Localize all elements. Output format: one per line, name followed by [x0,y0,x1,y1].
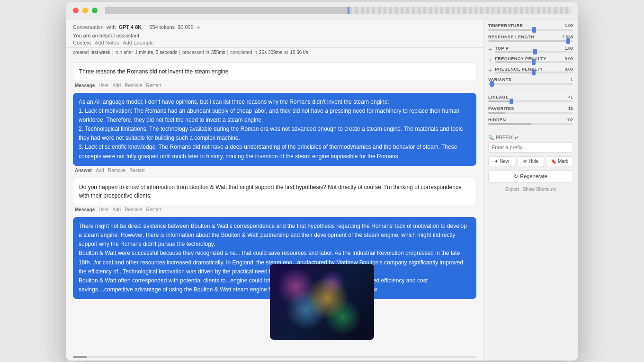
lineage-value: 41 [568,95,573,100]
response-length-param: RESPONSE LENGTH 7.638 [488,35,573,42]
lineage-param: LINEAGE 41 [488,95,573,102]
context-row: Context Add Notes Add Example [73,40,476,45]
run-after-label: run after [116,50,133,55]
user-message-2[interactable]: Do you happen to know of information fro… [73,178,476,205]
search-icon: 🔍 [488,135,494,140]
add-notes-link[interactable]: Add Notes [95,40,119,45]
top-p-slider[interactable] [495,51,573,53]
new-label: New [500,159,509,164]
with-label: with [107,24,116,30]
at-label: at [284,50,288,55]
export-row: Export Show Shortcuts [488,187,573,192]
prefix-input[interactable] [488,142,573,153]
temperature-label: TEMPERATURE [488,23,523,28]
favorites-param: FAVORITES 15 [488,106,573,114]
conversation-meta: Conversation with GPT 4 8K ⌃ 554 tokens … [73,23,476,31]
maximize-button[interactable] [92,8,98,13]
export-link[interactable]: Export [505,187,519,192]
message-2-add-btn[interactable]: Add [112,207,121,212]
image-overlay [270,264,374,340]
temperature-slider[interactable] [488,29,573,31]
message-2-restart-btn[interactable]: Restart [146,207,161,212]
bookmark-icon: 🔖 [551,159,556,164]
message-2-role-label: Message [75,207,95,212]
answer-1-actions: Answer Add Remove Restart [73,167,476,174]
frequency-penalty-plus-icon[interactable]: + [488,56,492,63]
token-progress-bar [105,7,571,14]
presence-penalty-label: PRESENCE PENALTY [495,67,543,72]
chat-messages: Three reasons the Romans did not invent … [66,57,483,354]
context-label: Context [73,40,91,45]
mark-label: Mark [558,159,568,164]
answer-restart-btn[interactable]: Restart [129,168,144,173]
section-divider-2 [488,130,573,130]
mark-button[interactable]: 🔖 Mark [546,156,573,166]
favorites-label: FAVORITES [488,106,514,111]
variants-slider[interactable] [488,83,573,85]
message-1-actions: Message User Add Remove Restart [73,82,476,89]
created-time: last week [90,50,110,55]
section-divider-1 [488,90,573,90]
message-2-actions: Message User Add Remove Restart [73,206,476,213]
right-panel: TEMPERATURE 1.00 RESPONSE LENGTH 7.638 [483,19,578,361]
response-length-slider[interactable] [488,40,573,42]
close-button[interactable] [73,8,79,13]
eye-icon: 👁 [523,159,528,164]
frequency-penalty-param: + FreQuENcy PENALTY 0.00 [488,56,573,63]
presence-penalty-value: 0.00 [564,67,573,72]
lineage-label: LINEAGE [488,95,509,100]
message-1: Three reasons the Romans did not invent … [73,62,476,89]
message-2-remove-btn[interactable]: Remove [125,207,142,212]
hidden-param: HIDDEN 102 [488,118,573,125]
regenerate-button[interactable]: ↻ Regenerate [488,170,573,183]
presence-penalty-param: + PRESENCE PENALTY 0.00 [488,67,573,73]
action-buttons: ✦ New 👁 Hide 🔖 Mark [488,156,573,166]
answer-add-btn[interactable]: Add [96,168,104,173]
hidden-value: 102 [566,118,573,122]
variants-param: VARIANTS 1 [488,77,573,85]
favorites-bar [488,112,573,114]
lineage-bar [488,100,573,102]
conversation-label: Conversation [73,24,104,30]
new-icon: ✦ [494,159,498,164]
horizontal-scrollbar[interactable] [73,356,476,358]
message-add-btn[interactable]: Add [112,83,121,88]
message-role-label: Message [75,83,95,88]
response-length-label: RESPONSE LENGTH [488,35,534,39]
speed: 12.66 t/s [290,50,308,55]
top-p-param: + TOP P 1.00 [488,46,573,53]
created-label: created [73,50,89,55]
add-button[interactable]: + [197,23,200,31]
user-message-1[interactable]: Three reasons the Romans did not invent … [73,62,476,81]
new-button[interactable]: ✦ New [488,156,515,166]
model-selector[interactable]: GPT 4 8K ⌃ [118,24,146,30]
chat-header: Conversation with GPT 4 8K ⌃ 554 tokens … [66,19,483,48]
hide-button[interactable]: 👁 Hide [517,156,544,166]
frequency-penalty-label: FreQuENcy PENALTY [495,56,546,61]
system-prompt[interactable]: You are an helpful assisstant. [73,33,476,38]
hidden-label: HIDDEN [488,118,506,122]
hide-label: Hide [529,159,539,164]
completed-time: 26s 309ms [259,50,282,55]
message-remove-btn[interactable]: Remove [125,83,142,88]
message-restart-btn[interactable]: Restart [146,83,161,88]
presence-penalty-plus-icon[interactable]: + [488,67,492,73]
top-p-plus-icon[interactable]: + [488,46,492,53]
message-2-user-label: User [98,207,108,212]
top-p-value: 1.00 [564,46,573,51]
answer-1: As an AI language model, I don't have op… [73,93,476,174]
add-example-link[interactable]: Add Example [123,40,153,45]
frequency-penalty-slider[interactable] [495,61,573,63]
answer-remove-btn[interactable]: Remove [108,168,125,173]
regenerate-label: Regenerate [520,173,547,179]
shortcuts-link[interactable]: Show Shortcuts [523,187,556,192]
processed-time: 355ms [211,50,225,55]
run-after-time: 1 minute, 5 seconds [135,50,178,55]
user-message-1-text: Three reasons the Romans did not invent … [79,68,229,75]
message-2: Do you happen to know of information fro… [73,178,476,213]
presence-penalty-slider[interactable] [495,72,573,73]
favorites-value: 15 [568,106,573,111]
user-message-2-text: Do you happen to know of information fro… [79,184,462,199]
titlebar [66,2,578,19]
minimize-button[interactable] [82,8,88,13]
